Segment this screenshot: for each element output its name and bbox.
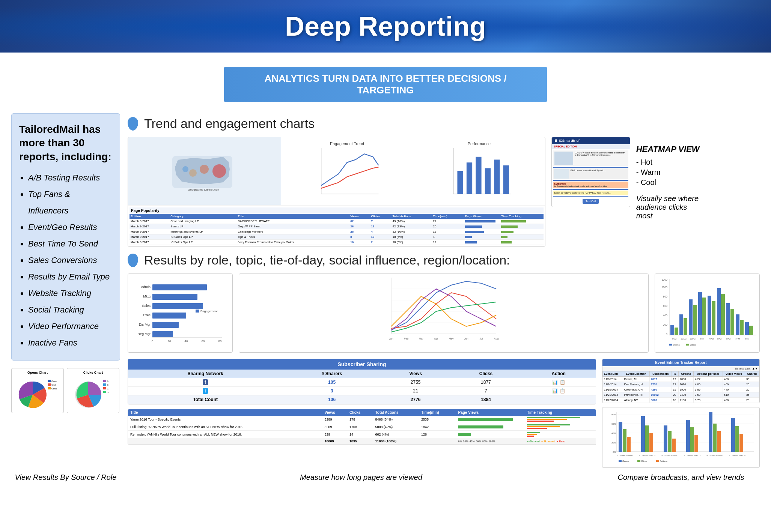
svg-rect-50 xyxy=(152,322,179,328)
sharing-row-total: Total Count 106 2776 1884 xyxy=(128,395,596,404)
svg-text:IC Smart Brief D: IC Smart Brief D xyxy=(684,454,700,457)
svg-rect-126 xyxy=(668,431,672,452)
table-row: Reminder: YANNI's World Tour continues w… xyxy=(128,431,596,438)
svg-text:0%: 0% xyxy=(613,451,616,453)
svg-point-19 xyxy=(189,169,197,177)
sharing-section: Subscriber Sharing Sharing Network # Sha… xyxy=(128,359,596,468)
opens-chart-title: Opens Chart xyxy=(14,371,61,374)
line-chart-svg: Engagement Trend xyxy=(283,140,411,203)
svg-text:May: May xyxy=(449,337,454,340)
table-row: 11/22/2014 Albany, NY 8000 18 2100 3.70 … xyxy=(603,398,759,403)
svg-rect-31 xyxy=(485,168,490,194)
svg-rect-90 xyxy=(730,309,734,335)
heat-hot-area: EWS|DTOSto demonstrate text content stro… xyxy=(553,182,628,188)
table-row: 11/21/2014 Providence, RI 10002 20 2400 … xyxy=(603,392,759,398)
svg-point-20 xyxy=(182,166,188,172)
list-item: Best Time To Send xyxy=(28,236,112,252)
col-header: Title xyxy=(128,409,322,416)
trend-chart-group: Geographic Distribution Engagement Trend xyxy=(128,137,545,247)
svg-text:Engagement: Engagement xyxy=(200,310,218,313)
col-header: Page Views xyxy=(456,409,525,416)
pie-charts-row: Opens Chart Open Click xyxy=(11,368,120,413)
features-box: TailoredMail has more than 30 reports, i… xyxy=(11,113,120,361)
event-tracker-box: Event Edition Tracker Report Tickets Lin… xyxy=(602,359,760,403)
trend-charts-area: Geographic Distribution Engagement Trend xyxy=(128,137,760,247)
svg-text:Jan: Jan xyxy=(389,337,393,340)
svg-text:Jul: Jul xyxy=(480,337,483,340)
svg-rect-81 xyxy=(689,299,693,335)
svg-text:600: 600 xyxy=(663,305,667,307)
pie-charts-area: Opens Chart Open Click xyxy=(11,368,120,413)
svg-text:Admin: Admin xyxy=(141,285,151,289)
multiline-svg: Jan Feb Mar Apr May Jun Jul Aug xyxy=(239,274,648,343)
svg-rect-82 xyxy=(693,305,697,335)
svg-text:0: 0 xyxy=(666,333,667,335)
svg-rect-46 xyxy=(152,284,207,290)
svg-text:IC Smart Brief A: IC Smart Brief A xyxy=(616,454,632,457)
svg-rect-134 xyxy=(731,418,735,452)
event-tracker-table: Event Date Event Location Subscribers % … xyxy=(602,371,759,403)
svg-rect-131 xyxy=(709,412,712,452)
sharing-row-twitter: t 3 21 7 📊 📋 xyxy=(128,387,596,395)
svg-text:5PM: 5PM xyxy=(717,338,721,340)
svg-rect-30 xyxy=(476,157,481,194)
svg-text:Opens: Opens xyxy=(622,460,629,462)
compare-chart-box: 0% 20% 40% 60% 80% xyxy=(602,407,760,468)
svg-rect-28 xyxy=(457,171,463,194)
col-header: Edition xyxy=(130,214,169,219)
svg-point-18 xyxy=(200,165,209,174)
features-list: A/B Testing Results Top Fans & Influence… xyxy=(19,170,112,351)
heatmap-labels: HEATMAP VIEW - Hot - Warm - Cool Visuall… xyxy=(636,137,704,220)
svg-text:Clicks: Clicks xyxy=(690,344,696,346)
svg-rect-124 xyxy=(649,433,653,452)
svg-rect-49 xyxy=(152,313,186,319)
svg-text:Reg Mgr: Reg Mgr xyxy=(137,332,151,336)
svg-rect-33 xyxy=(503,165,509,194)
bar-chart-svg: Performance xyxy=(416,140,543,203)
col-header: Total Actions xyxy=(392,214,432,219)
svg-rect-122 xyxy=(641,416,645,452)
svg-rect-94 xyxy=(749,326,753,335)
event-tracker-title: Event Edition Tracker Report xyxy=(602,359,759,366)
page-popularity-table: Page Popularity Edition Category Title V… xyxy=(128,206,545,246)
svg-rect-119 xyxy=(619,422,622,452)
svg-text:IC Smart Brief B: IC Smart Brief B xyxy=(639,454,655,457)
event-tracker-controls: Tickets Link ▲▼ xyxy=(602,366,759,371)
svg-rect-132 xyxy=(713,424,717,452)
svg-rect-5 xyxy=(48,387,51,389)
col-header: Time Tracking xyxy=(500,214,543,219)
col-header: Action xyxy=(521,370,596,378)
features-heading: TailoredMail has more than 30 reports, i… xyxy=(19,123,112,164)
clicks-chart-title: Clicks Chart xyxy=(69,371,117,374)
svg-text:8PM: 8PM xyxy=(745,338,749,340)
svg-text:40%: 40% xyxy=(611,432,616,434)
list-item: Sales Conversions xyxy=(28,252,112,269)
sharing-row-facebook: f 105 2755 1877 📊 📋 xyxy=(128,378,596,387)
heatmap-warm: - Warm xyxy=(636,168,704,177)
page-title: Deep Reporting xyxy=(285,11,486,42)
svg-point-17 xyxy=(212,164,226,178)
svg-rect-123 xyxy=(645,425,649,452)
svg-text:400: 400 xyxy=(663,314,667,317)
facebook-icon: f xyxy=(203,379,208,385)
opens-chart-box: Opens Chart Open Click xyxy=(11,368,64,413)
col-header: Time Tracking xyxy=(525,409,596,416)
svg-rect-86 xyxy=(712,301,715,335)
svg-rect-51 xyxy=(152,331,173,337)
table-row: March 9 2017 Meetings and Events LP Chal… xyxy=(130,229,544,234)
action-icon-3: 📊 xyxy=(552,388,558,394)
svg-text:1000: 1000 xyxy=(661,286,667,289)
svg-text:Open: Open xyxy=(51,380,57,382)
svg-text:IC Smart Brief E: IC Smart Brief E xyxy=(706,454,723,457)
svg-text:12PM: 12PM xyxy=(690,338,696,340)
list-item: Results by Email Type xyxy=(28,269,112,285)
svg-rect-78 xyxy=(675,328,678,335)
svg-rect-136 xyxy=(739,434,743,452)
svg-rect-77 xyxy=(670,325,674,335)
svg-text:Mktg: Mktg xyxy=(143,295,151,298)
svg-rect-133 xyxy=(717,431,721,452)
svg-rect-3 xyxy=(48,383,51,386)
svg-text:Aug: Aug xyxy=(494,337,499,340)
compare-chart-svg: 0% 20% 40% 60% 80% xyxy=(605,410,756,463)
svg-rect-143 xyxy=(619,460,622,462)
